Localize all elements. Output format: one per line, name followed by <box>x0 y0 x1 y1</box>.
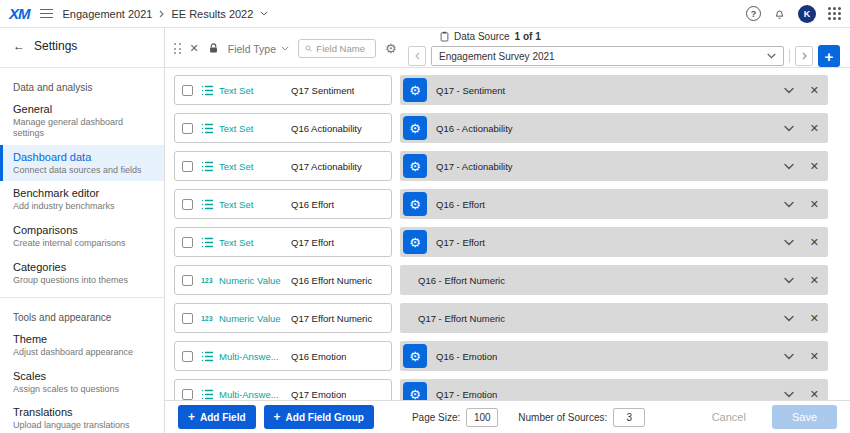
mapped-field-bar[interactable]: ⚙ Q17 - Effort ✕ <box>400 227 828 257</box>
source-field-row[interactable]: 123 Numeric Value Q16 Effort Numeric <box>174 265 392 295</box>
field-checkbox[interactable] <box>182 313 193 324</box>
field-type-icon <box>200 85 214 96</box>
remove-field-icon[interactable]: ✕ <box>810 312 819 325</box>
sidebar-item[interactable]: Translations Upload language translation… <box>0 400 164 433</box>
sidebar-item[interactable]: Comparisons Create internal comparisons <box>0 218 164 255</box>
source-field-row[interactable]: Text Set Q17 Effort <box>174 227 392 257</box>
back-to-settings[interactable]: ← Settings <box>0 28 164 62</box>
expand-field-chevron-icon[interactable] <box>784 125 794 132</box>
hamburger-menu-icon[interactable] <box>40 9 53 19</box>
mapped-field-bar[interactable]: ⚙ Q17 - Sentiment ✕ <box>400 75 828 105</box>
chevron-down-icon[interactable] <box>260 11 268 16</box>
previous-source-button[interactable] <box>408 46 426 66</box>
search-input[interactable] <box>316 43 369 54</box>
mapped-field-bar[interactable]: Q16 - Effort Numeric ✕ <box>400 265 828 295</box>
configure-field-gear-icon[interactable]: ⚙ <box>403 192 427 216</box>
field-mapping-area: Text Set Q17 Sentiment Text Set Q16 Acti… <box>165 68 850 400</box>
settings-sidebar: ← Settings Data and analysis General Man… <box>0 28 165 433</box>
remove-field-icon[interactable]: ✕ <box>810 160 819 173</box>
numeric-value-icon: 123 <box>201 277 213 284</box>
number-of-sources-control: Number of Sources: <box>518 408 645 427</box>
remove-field-icon[interactable]: ✕ <box>810 350 819 363</box>
expand-field-chevron-icon[interactable] <box>784 315 794 322</box>
expand-field-chevron-icon[interactable] <box>784 277 794 284</box>
field-checkbox[interactable] <box>182 351 193 362</box>
mapped-field-bar[interactable]: ⚙ Q17 - Actionability ✕ <box>400 151 828 181</box>
source-field-row[interactable]: Multi-Answe... Q17 Emotion <box>174 379 392 400</box>
configure-field-gear-icon[interactable]: ⚙ <box>403 116 427 140</box>
sidebar-item[interactable]: Scales Assign scales to questions <box>0 364 164 401</box>
mapped-field-bar[interactable]: ⚙ Q16 - Effort ✕ <box>400 189 828 219</box>
source-field-row[interactable]: Text Set Q17 Sentiment <box>174 75 392 105</box>
field-checkbox[interactable] <box>182 389 193 400</box>
expand-field-chevron-icon[interactable] <box>784 353 794 360</box>
configure-field-gear-icon[interactable]: ⚙ <box>403 154 427 178</box>
breadcrumb-root[interactable]: Engagement 2021 <box>63 8 153 20</box>
mapped-field-bar[interactable]: ⚙ Q17 - Emotion ✕ <box>400 379 828 400</box>
source-field-row[interactable]: 123 Numeric Value Q17 Effort Numeric <box>174 303 392 333</box>
add-field-group-button[interactable]: + Add Field Group <box>264 405 374 429</box>
expand-field-chevron-icon[interactable] <box>784 391 794 398</box>
configure-field-gear-icon[interactable]: ⚙ <box>403 382 427 400</box>
data-source-dropdown[interactable]: Engagement Survey 2021 <box>431 46 784 66</box>
data-source-count: 1 of 1 <box>515 31 541 42</box>
configure-field-gear-icon[interactable]: ⚙ <box>403 78 427 102</box>
mapped-field-bar[interactable]: Q17 - Effort Numeric ✕ <box>400 303 828 333</box>
remove-field-icon[interactable]: ✕ <box>810 198 819 211</box>
source-field-row[interactable]: Multi-Answe... Q16 Emotion <box>174 341 392 371</box>
source-field-row[interactable]: Text Set Q17 Actionability <box>174 151 392 181</box>
xm-logo: XM <box>9 5 30 22</box>
field-checkbox[interactable] <box>182 123 193 134</box>
drag-handle-icon[interactable] <box>174 43 181 54</box>
sidebar-item[interactable]: Theme Adjust dashboard appearance <box>0 327 164 364</box>
source-field-row[interactable]: Text Set Q16 Effort <box>174 189 392 219</box>
mapped-field-bar[interactable]: ⚙ Q16 - Emotion ✕ <box>400 341 828 371</box>
cancel-button[interactable]: Cancel <box>712 411 746 423</box>
sidebar-divider <box>0 297 164 298</box>
sidebar-item[interactable]: Benchmark editor Add industry benchmarks <box>0 181 164 218</box>
fields-toolbar: ✕ Field Type ⚙ <box>165 28 850 68</box>
remove-field-icon[interactable]: ✕ <box>810 388 819 401</box>
chevron-down-icon <box>767 53 776 59</box>
notifications-bell-icon[interactable] <box>773 7 786 21</box>
field-checkbox[interactable] <box>182 199 193 210</box>
user-avatar[interactable]: K <box>798 5 816 23</box>
field-type-label: Text Set <box>219 237 285 248</box>
field-checkbox[interactable] <box>182 85 193 96</box>
remove-field-icon[interactable]: ✕ <box>810 236 819 249</box>
breadcrumb-current[interactable]: EE Results 2022 <box>171 8 253 20</box>
mapped-field-bar[interactable]: ⚙ Q16 - Actionability ✕ <box>400 113 828 143</box>
field-settings-icon[interactable]: ⚙ <box>385 42 397 55</box>
field-checkbox[interactable] <box>182 237 193 248</box>
mapped-field-label: Q16 - Actionability <box>436 123 784 134</box>
numeric-value-icon: 123 <box>201 315 213 322</box>
expand-field-chevron-icon[interactable] <box>784 239 794 246</box>
sidebar-item[interactable]: Categories Group questions into themes <box>0 255 164 292</box>
field-type-dropdown[interactable]: Field Type <box>228 43 289 55</box>
expand-field-chevron-icon[interactable] <box>784 201 794 208</box>
next-source-button[interactable] <box>795 46 813 66</box>
expand-field-chevron-icon[interactable] <box>784 163 794 170</box>
remove-field-icon[interactable]: ✕ <box>810 84 819 97</box>
back-arrow-icon: ← <box>13 39 25 53</box>
configure-field-gear-icon[interactable]: ⚙ <box>403 344 427 368</box>
expand-field-chevron-icon[interactable] <box>784 87 794 94</box>
page-size-input[interactable] <box>466 408 498 427</box>
sidebar-item[interactable]: Dashboard data Connect data sources and … <box>0 145 164 182</box>
add-source-button[interactable]: + <box>818 45 840 67</box>
number-of-sources-input[interactable] <box>613 408 645 427</box>
field-checkbox[interactable] <box>182 275 193 286</box>
remove-field-icon[interactable]: ✕ <box>810 274 819 287</box>
clear-icon[interactable]: ✕ <box>190 42 199 55</box>
configure-field-gear-icon[interactable]: ⚙ <box>403 230 427 254</box>
search-icon <box>305 44 312 53</box>
field-checkbox[interactable] <box>182 161 193 172</box>
add-field-button[interactable]: + Add Field <box>178 405 256 429</box>
remove-field-icon[interactable]: ✕ <box>810 122 819 135</box>
help-icon[interactable]: ? <box>746 6 761 21</box>
app-grid-icon[interactable] <box>828 7 841 20</box>
sidebar-item[interactable]: General Manage general dashboard setting… <box>0 97 164 145</box>
lock-icon[interactable] <box>208 43 219 54</box>
save-button[interactable]: Save <box>772 405 837 429</box>
source-field-row[interactable]: Text Set Q16 Actionability <box>174 113 392 143</box>
